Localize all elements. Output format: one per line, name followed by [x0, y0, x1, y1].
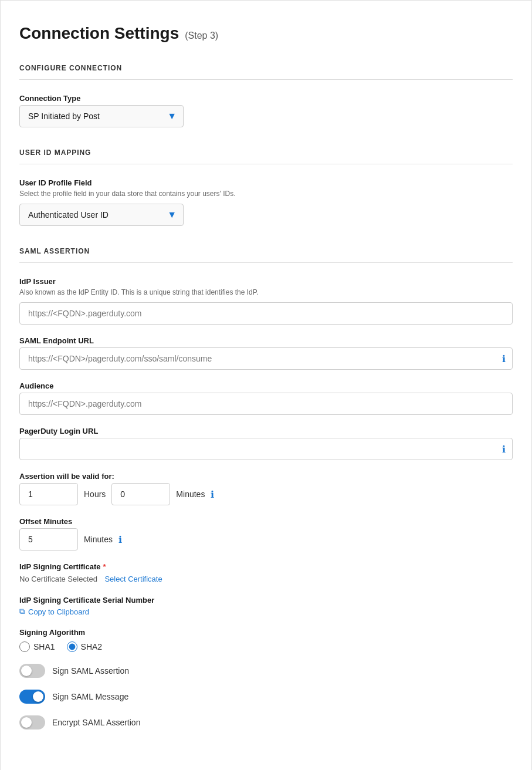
idp-signing-cert-serial-group: IdP Signing Certificate Serial Number ⧉ … — [19, 596, 513, 616]
idp-issuer-description: Also known as the IdP Entity ID. This is… — [19, 288, 513, 296]
assertion-valid-group: Assertion will be valid for: Hours Minut… — [19, 472, 513, 505]
offset-minutes-group: Offset Minutes Minutes ℹ — [19, 517, 513, 551]
no-cert-text: No Certificate Selected — [19, 575, 97, 583]
info-icon[interactable]: ℹ — [502, 353, 506, 364]
page-title: Connection Settings — [19, 24, 179, 43]
idp-signing-cert-label: IdP Signing Certificate* — [19, 562, 513, 571]
sha1-radio-label[interactable]: SHA1 — [19, 641, 55, 652]
sign-saml-assertion-thumb — [21, 666, 32, 676]
copy-icon: ⧉ — [19, 607, 25, 616]
audience-label: Audience — [19, 381, 513, 390]
idp-issuer-group: IdP Issuer Also known as the IdP Entity … — [19, 277, 513, 325]
minutes-label: Minutes — [176, 489, 205, 499]
idp-signing-cert-row: No Certificate Selected Select Certifica… — [19, 573, 513, 584]
saml-assertion-divider — [19, 262, 513, 263]
saml-assertion-header: SAML ASSERTION — [19, 247, 513, 255]
idp-issuer-label: IdP Issuer — [19, 277, 513, 286]
idp-issuer-input[interactable] — [19, 302, 513, 325]
saml-assertion-section: SAML ASSERTION IdP Issuer Also known as … — [19, 247, 513, 730]
page-title-area: Connection Settings (Step 3) — [19, 24, 513, 43]
user-id-mapping-divider — [19, 164, 513, 164]
sha2-label: SHA2 — [81, 642, 103, 651]
encrypt-saml-assertion-track — [19, 715, 45, 730]
sign-saml-message-toggle[interactable] — [19, 690, 45, 704]
signing-algorithm-group: Signing Algorithm SHA1 SHA2 — [19, 628, 513, 652]
user-id-profile-select[interactable]: Authenticated User ID Email Username — [19, 204, 184, 226]
connection-type-select[interactable]: SP Initiated by Post IdP Initiated SP In… — [19, 105, 184, 127]
saml-endpoint-group: SAML Endpoint URL ℹ — [19, 336, 513, 370]
page-container: Connection Settings (Step 3) CONFIGURE C… — [0, 0, 532, 770]
configure-connection-section: CONFIGURE CONNECTION Connection Type SP … — [19, 64, 513, 127]
info-icon[interactable]: ℹ — [502, 444, 506, 455]
configure-connection-divider — [19, 79, 513, 80]
pagerduty-login-url-label: PagerDuty Login URL — [19, 427, 513, 435]
user-id-mapping-header: USER ID MAPPING — [19, 148, 513, 157]
pagerduty-login-url-group: PagerDuty Login URL ℹ — [19, 427, 513, 460]
sign-saml-message-label: Sign SAML Message — [52, 692, 128, 701]
copy-to-clipboard-link[interactable]: Copy to Clipboard — [28, 607, 89, 616]
idp-signing-cert-serial-label: IdP Signing Certificate Serial Number — [19, 596, 513, 604]
sign-saml-assertion-track — [19, 664, 45, 678]
audience-group: Audience — [19, 381, 513, 415]
connection-type-label: Connection Type — [19, 94, 513, 103]
info-icon[interactable]: ℹ — [118, 534, 122, 545]
sign-saml-message-row: Sign SAML Message — [19, 690, 513, 704]
assertion-valid-label: Assertion will be valid for: — [19, 472, 513, 481]
saml-endpoint-input-wrapper: ℹ — [19, 347, 513, 370]
copy-clipboard-row: ⧉ Copy to Clipboard — [19, 607, 513, 616]
user-id-profile-group: User ID Profile Field Select the profile… — [19, 178, 513, 226]
user-id-profile-wrapper: Authenticated User ID Email Username ▼ — [19, 204, 184, 226]
assertion-minutes-input[interactable] — [111, 483, 170, 505]
pagerduty-login-url-input[interactable] — [19, 438, 513, 460]
sha2-radio-label[interactable]: SHA2 — [67, 641, 103, 652]
encrypt-saml-assertion-row: Encrypt SAML Assertion — [19, 715, 513, 730]
signing-algorithm-radio-group: SHA1 SHA2 — [19, 641, 513, 652]
info-icon[interactable]: ℹ — [211, 489, 214, 500]
sha2-radio[interactable] — [67, 641, 77, 652]
sha1-radio[interactable] — [19, 641, 30, 652]
audience-input[interactable] — [19, 393, 513, 415]
offset-minutes-input[interactable] — [19, 528, 78, 551]
required-star: * — [103, 562, 106, 571]
saml-endpoint-label: SAML Endpoint URL — [19, 336, 513, 345]
configure-connection-header: CONFIGURE CONNECTION — [19, 64, 513, 72]
assertion-valid-fields: Hours Minutes ℹ — [19, 483, 513, 505]
hours-label: Hours — [84, 489, 106, 499]
step-label: (Step 3) — [185, 31, 218, 41]
encrypt-saml-assertion-toggle[interactable] — [19, 715, 45, 730]
offset-minutes-label: Offset Minutes — [19, 517, 513, 526]
sha1-label: SHA1 — [33, 642, 55, 651]
idp-signing-cert-group: IdP Signing Certificate* No Certificate … — [19, 562, 513, 584]
sign-saml-message-track — [19, 690, 45, 704]
assertion-hours-input[interactable] — [19, 483, 78, 505]
saml-endpoint-input[interactable] — [19, 347, 513, 370]
pagerduty-login-url-wrapper: ℹ — [19, 438, 513, 460]
signing-algorithm-label: Signing Algorithm — [19, 628, 513, 637]
offset-minutes-unit: Minutes — [84, 535, 113, 544]
connection-type-wrapper: SP Initiated by Post IdP Initiated SP In… — [19, 105, 184, 127]
encrypt-saml-assertion-label: Encrypt SAML Assertion — [52, 718, 140, 727]
user-id-profile-description: Select the profile field in your data st… — [19, 190, 513, 198]
sign-saml-assertion-label: Sign SAML Assertion — [52, 666, 129, 676]
offset-minutes-fields: Minutes ℹ — [19, 528, 513, 551]
encrypt-saml-assertion-thumb — [21, 717, 32, 728]
sign-saml-assertion-row: Sign SAML Assertion — [19, 664, 513, 678]
user-id-mapping-section: USER ID MAPPING User ID Profile Field Se… — [19, 148, 513, 226]
sign-saml-message-thumb — [33, 691, 43, 702]
connection-type-group: Connection Type SP Initiated by Post IdP… — [19, 94, 513, 127]
sign-saml-assertion-toggle[interactable] — [19, 664, 45, 678]
user-id-profile-label: User ID Profile Field — [19, 178, 513, 187]
select-certificate-link[interactable]: Select Certificate — [104, 575, 162, 583]
